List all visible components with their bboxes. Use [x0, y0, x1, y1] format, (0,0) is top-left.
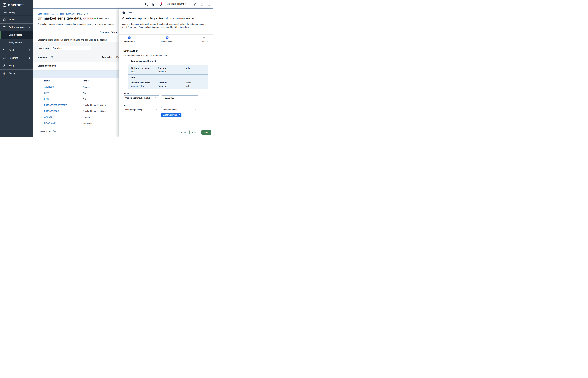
row-checkbox[interactable] — [38, 92, 38, 94]
violation-name-link[interactable]: EXTRACTEDCC — [44, 110, 59, 112]
chip-remove-icon[interactable]: ✕ — [178, 114, 180, 116]
step-review-upcoming-icon — [203, 37, 205, 39]
violation-terms: Email Address, Last Name — [83, 110, 107, 112]
cancel-button[interactable]: Cancel — [177, 131, 187, 134]
violation-terms: First Name — [83, 122, 93, 124]
wizard-stepper: Add details Define action Review — [122, 35, 208, 44]
topbar: Main Tenant — [33, 0, 213, 9]
conditions-title: Data policy conditions (2) — [131, 60, 157, 62]
violation-name-link[interactable]: DATE — [44, 98, 49, 100]
selection-summary: 3 of 28 violations selected — [170, 17, 194, 20]
data-source-label: Data source — [38, 47, 49, 50]
sidebar-item-policy-actions[interactable]: Policy actions — [0, 39, 33, 46]
cond-header-attribute: Attribute type name — [131, 81, 150, 84]
sidebar-item-data-policies[interactable]: Data policies — [0, 31, 33, 39]
breadcrumb-data-policies[interactable]: Data policies — [38, 13, 49, 15]
select-all-checkbox[interactable] — [38, 80, 40, 82]
chevron-right-icon — [29, 57, 31, 59]
column-header-terms: Terms — [83, 80, 89, 82]
stepper-connector — [131, 38, 165, 38]
cond-value: Null — [186, 85, 189, 87]
panel-title: Create and apply policy action — [122, 17, 165, 20]
mask-value-input[interactable] — [161, 95, 198, 100]
row-checkbox[interactable] — [38, 86, 38, 88]
document-check-icon[interactable] — [152, 3, 155, 6]
breadcrumb-separator: › — [75, 13, 76, 15]
define-action-subtext: Set the rules that will be applied to th… — [123, 54, 170, 57]
close-label: Close — [127, 12, 132, 14]
step-label-define-action: Define action — [159, 40, 175, 43]
for-label: for — [124, 104, 126, 107]
notifications-bell-icon[interactable] — [159, 3, 162, 6]
help-icon[interactable] — [207, 3, 211, 6]
breadcrumb-ellipsis[interactable]: ... — [52, 13, 54, 15]
sidebar-item-setup[interactable]: Setup — [0, 62, 33, 69]
close-arrow-icon — [122, 11, 125, 14]
mask-method-dropdown[interactable]: Using a user inputted value — [124, 95, 159, 100]
cond-operator: Equals to — [158, 70, 167, 73]
violation-terms: Country — [83, 116, 90, 118]
violation-name-link[interactable]: CITY — [44, 92, 49, 94]
column-header-name: Name — [44, 80, 50, 82]
row-checkbox[interactable] — [38, 122, 40, 124]
row-checkbox[interactable] — [38, 98, 38, 100]
cond-header-value: Value — [186, 81, 191, 84]
violation-terms: Date — [83, 98, 87, 100]
violation-name-link[interactable]: COUNTRY — [44, 116, 54, 118]
data-policy-label: Data policy — [102, 56, 113, 58]
divider — [128, 74, 208, 75]
breadcrumb-separator: › — [55, 13, 56, 15]
back-button[interactable]: Back — [189, 130, 199, 135]
breadcrumb-violations-summary[interactable]: Violations summary — [57, 13, 74, 15]
sidebar-item-home[interactable]: Home — [0, 16, 33, 23]
tab-overview[interactable]: Overview — [100, 31, 109, 34]
violation-name-link[interactable]: FIRSTNAME — [44, 122, 56, 124]
cond-header-value: Value — [186, 67, 191, 69]
for-method-dropdown[interactable]: User groups except — [124, 107, 159, 112]
tab-violations[interactable]: Violat — [112, 31, 117, 34]
onetrust-grid-icon — [3, 3, 6, 7]
step-add-details-completed-icon[interactable] — [128, 36, 131, 39]
sidebar-item-catalog[interactable]: Catalog — [0, 46, 33, 54]
data-source-input[interactable] — [51, 46, 91, 50]
policy-action-panel: Close Create and apply policy action 3 o… — [119, 9, 213, 137]
user-group-dropdown[interactable]: System admins — [161, 107, 198, 112]
next-button[interactable]: Next — [201, 130, 211, 135]
chevron-right-icon — [29, 65, 31, 67]
sidebar-item-reporting[interactable]: Reporting — [0, 54, 33, 62]
more-menu-icon[interactable]: ●●● — [104, 17, 109, 20]
tenant-switcher[interactable]: Main Tenant — [167, 2, 187, 6]
row-checkbox[interactable] — [38, 116, 40, 118]
search-icon[interactable] — [145, 3, 148, 6]
violations-found-title: Violations found — [38, 65, 56, 67]
row-checkbox[interactable] — [38, 104, 40, 106]
app-name: Data Catalog — [0, 10, 33, 16]
active-tab-underline — [111, 35, 120, 35]
chevron-down-icon — [29, 26, 31, 28]
violation-name-link[interactable]: ADDRESS — [44, 86, 54, 88]
cond-operator: Equals to — [158, 85, 167, 87]
sidebar-item-policy-manager[interactable]: Policy manager — [0, 24, 33, 31]
settings-gear-icon[interactable] — [193, 3, 196, 6]
policy-description: This policy requires masking sensitive d… — [38, 23, 114, 25]
mask-label: mask — [124, 93, 129, 95]
status-badge: Active — [94, 17, 103, 20]
cond-header-operator: Operator — [158, 81, 167, 84]
sidebar-item-settings[interactable]: ⚙ Settings — [0, 70, 33, 77]
cond-joiner: And — [131, 76, 135, 79]
close-button[interactable]: Close — [122, 11, 132, 14]
violations-count-label: Violations — [38, 56, 47, 58]
step-define-action-active-icon — [166, 36, 169, 39]
row-checkbox[interactable] — [38, 110, 40, 112]
violation-name-link[interactable]: EXTRACTEDBODYTEXT — [44, 104, 67, 106]
people-icon — [167, 2, 170, 6]
tenant-label: Main Tenant — [172, 3, 184, 5]
list-icon — [3, 26, 6, 29]
breadcrumb: Data policies › ... › Violations summary… — [38, 13, 88, 15]
home-icon — [3, 18, 6, 21]
notification-badge — [161, 2, 162, 4]
conditions-toggle[interactable]: Data policy conditions (2) — [125, 60, 157, 62]
account-icon[interactable] — [200, 3, 204, 6]
brand-wordmark: onetrust — [8, 3, 24, 7]
breadcrumb-current: Details view — [77, 13, 88, 15]
